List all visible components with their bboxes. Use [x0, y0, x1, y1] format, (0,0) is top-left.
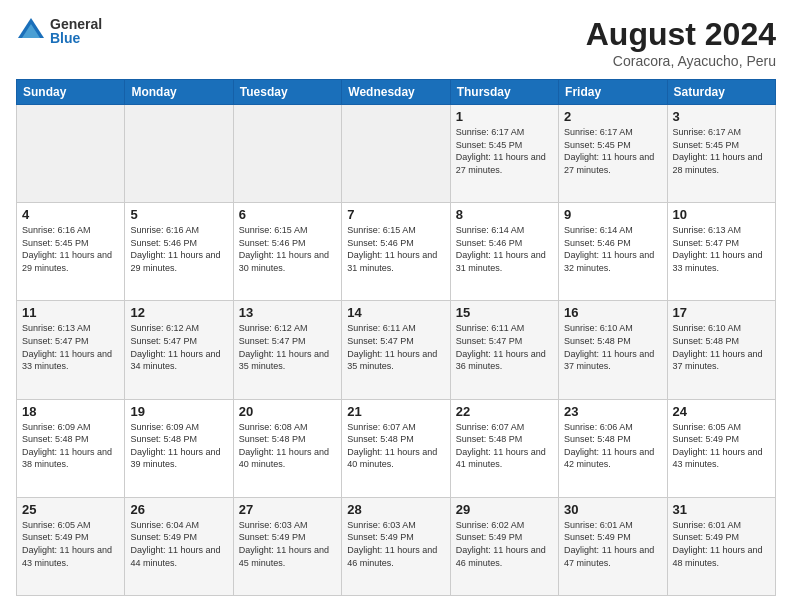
day-info: Sunrise: 6:13 AMSunset: 5:47 PMDaylight:…	[673, 224, 770, 274]
calendar-cell	[17, 105, 125, 203]
day-number: 8	[456, 207, 553, 222]
day-number: 25	[22, 502, 119, 517]
day-number: 15	[456, 305, 553, 320]
day-info: Sunrise: 6:05 AMSunset: 5:49 PMDaylight:…	[22, 519, 119, 569]
logo-text: General Blue	[50, 17, 102, 45]
calendar-cell: 7Sunrise: 6:15 AMSunset: 5:46 PMDaylight…	[342, 203, 450, 301]
day-info: Sunrise: 6:07 AMSunset: 5:48 PMDaylight:…	[456, 421, 553, 471]
calendar-cell: 5Sunrise: 6:16 AMSunset: 5:46 PMDaylight…	[125, 203, 233, 301]
day-info: Sunrise: 6:11 AMSunset: 5:47 PMDaylight:…	[456, 322, 553, 372]
day-number: 10	[673, 207, 770, 222]
day-number: 29	[456, 502, 553, 517]
day-info: Sunrise: 6:07 AMSunset: 5:48 PMDaylight:…	[347, 421, 444, 471]
calendar-cell: 19Sunrise: 6:09 AMSunset: 5:48 PMDayligh…	[125, 399, 233, 497]
day-number: 22	[456, 404, 553, 419]
day-header-sunday: Sunday	[17, 80, 125, 105]
day-number: 17	[673, 305, 770, 320]
day-info: Sunrise: 6:14 AMSunset: 5:46 PMDaylight:…	[564, 224, 661, 274]
calendar-body: 1Sunrise: 6:17 AMSunset: 5:45 PMDaylight…	[17, 105, 776, 596]
day-info: Sunrise: 6:12 AMSunset: 5:47 PMDaylight:…	[239, 322, 336, 372]
day-header-tuesday: Tuesday	[233, 80, 341, 105]
day-header-friday: Friday	[559, 80, 667, 105]
day-info: Sunrise: 6:14 AMSunset: 5:46 PMDaylight:…	[456, 224, 553, 274]
day-info: Sunrise: 6:02 AMSunset: 5:49 PMDaylight:…	[456, 519, 553, 569]
header: General Blue August 2024 Coracora, Ayacu…	[16, 16, 776, 69]
calendar-cell: 4Sunrise: 6:16 AMSunset: 5:45 PMDaylight…	[17, 203, 125, 301]
calendar-header: SundayMondayTuesdayWednesdayThursdayFrid…	[17, 80, 776, 105]
day-info: Sunrise: 6:09 AMSunset: 5:48 PMDaylight:…	[130, 421, 227, 471]
day-header-wednesday: Wednesday	[342, 80, 450, 105]
day-info: Sunrise: 6:17 AMSunset: 5:45 PMDaylight:…	[456, 126, 553, 176]
calendar-cell: 22Sunrise: 6:07 AMSunset: 5:48 PMDayligh…	[450, 399, 558, 497]
day-info: Sunrise: 6:05 AMSunset: 5:49 PMDaylight:…	[673, 421, 770, 471]
day-info: Sunrise: 6:06 AMSunset: 5:48 PMDaylight:…	[564, 421, 661, 471]
day-number: 12	[130, 305, 227, 320]
day-info: Sunrise: 6:12 AMSunset: 5:47 PMDaylight:…	[130, 322, 227, 372]
day-number: 23	[564, 404, 661, 419]
calendar-cell: 31Sunrise: 6:01 AMSunset: 5:49 PMDayligh…	[667, 497, 775, 595]
calendar-cell	[125, 105, 233, 203]
calendar-cell: 30Sunrise: 6:01 AMSunset: 5:49 PMDayligh…	[559, 497, 667, 595]
day-header-saturday: Saturday	[667, 80, 775, 105]
day-info: Sunrise: 6:17 AMSunset: 5:45 PMDaylight:…	[564, 126, 661, 176]
day-number: 19	[130, 404, 227, 419]
day-info: Sunrise: 6:10 AMSunset: 5:48 PMDaylight:…	[673, 322, 770, 372]
day-number: 7	[347, 207, 444, 222]
calendar-week-4: 18Sunrise: 6:09 AMSunset: 5:48 PMDayligh…	[17, 399, 776, 497]
day-info: Sunrise: 6:04 AMSunset: 5:49 PMDaylight:…	[130, 519, 227, 569]
calendar-cell: 6Sunrise: 6:15 AMSunset: 5:46 PMDaylight…	[233, 203, 341, 301]
calendar-cell: 24Sunrise: 6:05 AMSunset: 5:49 PMDayligh…	[667, 399, 775, 497]
day-info: Sunrise: 6:16 AMSunset: 5:46 PMDaylight:…	[130, 224, 227, 274]
subtitle: Coracora, Ayacucho, Peru	[586, 53, 776, 69]
day-number: 14	[347, 305, 444, 320]
calendar: SundayMondayTuesdayWednesdayThursdayFrid…	[16, 79, 776, 596]
calendar-cell: 14Sunrise: 6:11 AMSunset: 5:47 PMDayligh…	[342, 301, 450, 399]
calendar-cell: 26Sunrise: 6:04 AMSunset: 5:49 PMDayligh…	[125, 497, 233, 595]
page: General Blue August 2024 Coracora, Ayacu…	[0, 0, 792, 612]
calendar-cell	[233, 105, 341, 203]
day-number: 30	[564, 502, 661, 517]
calendar-cell: 13Sunrise: 6:12 AMSunset: 5:47 PMDayligh…	[233, 301, 341, 399]
calendar-cell: 25Sunrise: 6:05 AMSunset: 5:49 PMDayligh…	[17, 497, 125, 595]
day-number: 26	[130, 502, 227, 517]
calendar-cell: 16Sunrise: 6:10 AMSunset: 5:48 PMDayligh…	[559, 301, 667, 399]
day-info: Sunrise: 6:03 AMSunset: 5:49 PMDaylight:…	[239, 519, 336, 569]
calendar-cell: 20Sunrise: 6:08 AMSunset: 5:48 PMDayligh…	[233, 399, 341, 497]
day-number: 5	[130, 207, 227, 222]
main-title: August 2024	[586, 16, 776, 53]
logo-icon	[16, 16, 46, 46]
day-number: 24	[673, 404, 770, 419]
calendar-week-1: 1Sunrise: 6:17 AMSunset: 5:45 PMDaylight…	[17, 105, 776, 203]
day-number: 9	[564, 207, 661, 222]
day-number: 3	[673, 109, 770, 124]
day-number: 28	[347, 502, 444, 517]
day-info: Sunrise: 6:15 AMSunset: 5:46 PMDaylight:…	[239, 224, 336, 274]
header-row: SundayMondayTuesdayWednesdayThursdayFrid…	[17, 80, 776, 105]
calendar-cell: 12Sunrise: 6:12 AMSunset: 5:47 PMDayligh…	[125, 301, 233, 399]
day-number: 20	[239, 404, 336, 419]
day-number: 11	[22, 305, 119, 320]
calendar-cell: 21Sunrise: 6:07 AMSunset: 5:48 PMDayligh…	[342, 399, 450, 497]
day-number: 6	[239, 207, 336, 222]
day-info: Sunrise: 6:10 AMSunset: 5:48 PMDaylight:…	[564, 322, 661, 372]
day-info: Sunrise: 6:01 AMSunset: 5:49 PMDaylight:…	[673, 519, 770, 569]
calendar-week-3: 11Sunrise: 6:13 AMSunset: 5:47 PMDayligh…	[17, 301, 776, 399]
calendar-cell: 29Sunrise: 6:02 AMSunset: 5:49 PMDayligh…	[450, 497, 558, 595]
title-block: August 2024 Coracora, Ayacucho, Peru	[586, 16, 776, 69]
calendar-cell: 28Sunrise: 6:03 AMSunset: 5:49 PMDayligh…	[342, 497, 450, 595]
logo-general: General	[50, 17, 102, 31]
calendar-cell: 18Sunrise: 6:09 AMSunset: 5:48 PMDayligh…	[17, 399, 125, 497]
calendar-cell: 2Sunrise: 6:17 AMSunset: 5:45 PMDaylight…	[559, 105, 667, 203]
calendar-cell: 23Sunrise: 6:06 AMSunset: 5:48 PMDayligh…	[559, 399, 667, 497]
calendar-cell: 8Sunrise: 6:14 AMSunset: 5:46 PMDaylight…	[450, 203, 558, 301]
day-info: Sunrise: 6:16 AMSunset: 5:45 PMDaylight:…	[22, 224, 119, 274]
day-header-monday: Monday	[125, 80, 233, 105]
day-info: Sunrise: 6:03 AMSunset: 5:49 PMDaylight:…	[347, 519, 444, 569]
logo: General Blue	[16, 16, 102, 46]
calendar-week-2: 4Sunrise: 6:16 AMSunset: 5:45 PMDaylight…	[17, 203, 776, 301]
day-info: Sunrise: 6:15 AMSunset: 5:46 PMDaylight:…	[347, 224, 444, 274]
day-number: 2	[564, 109, 661, 124]
calendar-cell: 11Sunrise: 6:13 AMSunset: 5:47 PMDayligh…	[17, 301, 125, 399]
calendar-cell: 17Sunrise: 6:10 AMSunset: 5:48 PMDayligh…	[667, 301, 775, 399]
day-info: Sunrise: 6:17 AMSunset: 5:45 PMDaylight:…	[673, 126, 770, 176]
